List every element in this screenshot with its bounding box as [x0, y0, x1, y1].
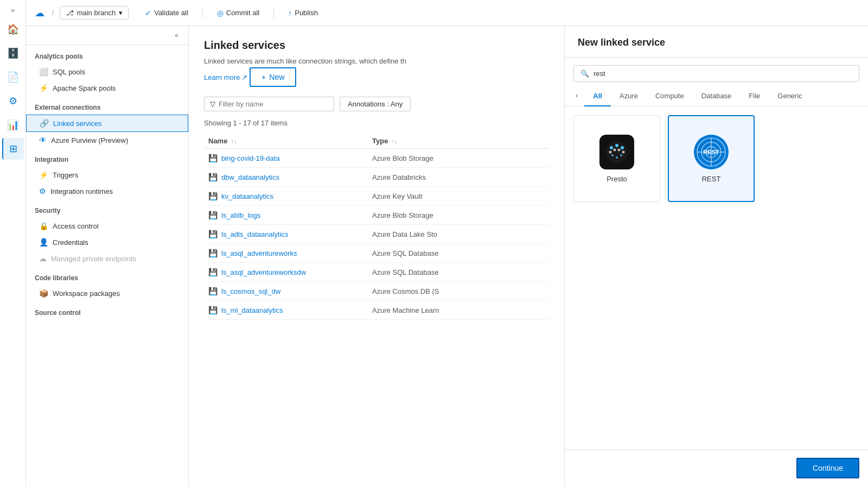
- sidebar-item-azure-purview[interactable]: 👁 Azure Purview (Preview): [26, 132, 188, 148]
- tab-back-chevron[interactable]: ‹: [573, 91, 580, 104]
- row-name[interactable]: 💾 kv_dataanalytics: [204, 192, 372, 200]
- right-panel-footer: Continue: [565, 450, 868, 486]
- row-type: Azure Cosmos DB (S: [372, 287, 549, 295]
- panel-title: Linked services: [204, 39, 549, 52]
- row-type: Azure Key Vault: [372, 192, 549, 200]
- search-container[interactable]: 🔍: [573, 65, 859, 82]
- svg-point-3: [621, 146, 624, 149]
- validate-all-label: Validate all: [154, 9, 188, 17]
- tab-all[interactable]: All: [584, 89, 611, 106]
- access-control-icon: 🔒: [39, 222, 48, 230]
- divider-1: [202, 8, 203, 18]
- row-icon: 💾: [208, 306, 218, 314]
- branch-selector[interactable]: ⎇ main branch ▾: [60, 6, 129, 20]
- table-row[interactable]: 💾 ls_ablb_logs Azure Blob Storage: [204, 206, 549, 225]
- row-name[interactable]: 💾 bing-covid-19-data: [204, 154, 372, 162]
- sidebar-item-triggers[interactable]: ⚡ Triggers: [26, 167, 188, 183]
- sidebar-item-access-control[interactable]: 🔒 Access control: [26, 218, 188, 234]
- row-name[interactable]: 💾 ls_asql_adventureworksdw: [204, 268, 372, 276]
- sidebar-item-workspace-packages[interactable]: 📦 Workspace packages: [26, 285, 188, 301]
- row-icon: 💾: [208, 173, 218, 181]
- table-row[interactable]: 💾 ls_asql_adventureworksdw Azure SQL Dat…: [204, 263, 549, 282]
- section-security: Security: [26, 199, 188, 218]
- row-type: Azure Databricks: [372, 173, 549, 181]
- name-sort-icon[interactable]: ↑↓: [231, 138, 237, 144]
- annotations-label: Annotations : Any: [348, 100, 403, 108]
- azure-purview-icon: 👁: [39, 136, 47, 144]
- annotations-button[interactable]: Annotations : Any: [340, 97, 411, 111]
- commit-all-button[interactable]: ◎ Commit all: [209, 5, 267, 21]
- table-row[interactable]: 💾 ls_ml_dataanalytics Azure Machine Lear…: [204, 301, 549, 320]
- commit-icon: ◎: [217, 9, 224, 17]
- svg-point-8: [611, 154, 614, 156]
- publish-button[interactable]: ↑ Publish: [280, 5, 326, 21]
- main-area: ☁ / ⎇ main branch ▾ ✓ Validate all ◎ Com…: [26, 0, 868, 486]
- row-name[interactable]: 💾 ls_ablb_logs: [204, 211, 372, 219]
- tab-file[interactable]: File: [740, 89, 769, 106]
- new-button[interactable]: + New: [250, 67, 296, 87]
- sidebar-item-triggers-label: Triggers: [53, 171, 78, 179]
- table-header: Name ↑↓ Type ↑↓: [204, 134, 549, 149]
- table-row[interactable]: 💾 ls_cosmos_sql_dw Azure Cosmos DB (S: [204, 282, 549, 301]
- table-row[interactable]: 💾 ls_asql_adventureworks Azure SQL Datab…: [204, 244, 549, 263]
- table-rows-container: 💾 bing-covid-19-data Azure Blob Storage …: [204, 149, 549, 320]
- logo-icon: ☁: [35, 7, 44, 19]
- tab-generic[interactable]: Generic: [769, 89, 811, 106]
- row-icon: 💾: [208, 249, 218, 257]
- sidebar-item-apache-spark-pools[interactable]: ⚡ Apache Spark pools: [26, 80, 188, 96]
- row-type: Azure SQL Database: [372, 268, 549, 276]
- filter-by-name-input[interactable]: [219, 100, 328, 108]
- sidebar-item-access-control-label: Access control: [53, 222, 99, 230]
- svg-point-5: [614, 148, 616, 151]
- sidebar: « Analytics pools ⬜ SQL pools ⚡ Apache S…: [26, 26, 189, 486]
- section-source-control: Source control: [26, 301, 188, 320]
- table-row[interactable]: 💾 dbw_dataanalytics Azure Databricks: [204, 168, 549, 187]
- triggers-icon: ⚡: [39, 171, 48, 179]
- sidebar-item-workspace-packages-label: Workspace packages: [53, 289, 120, 298]
- row-name[interactable]: 💾 ls_asql_adventureworks: [204, 249, 372, 257]
- monitor-icon-btn[interactable]: 📊: [2, 114, 24, 136]
- sidebar-collapse-btn[interactable]: «: [171, 30, 182, 40]
- row-name[interactable]: 💾 ls_cosmos_sql_dw: [204, 287, 372, 295]
- validate-all-button[interactable]: ✓ Validate all: [137, 5, 196, 21]
- row-name[interactable]: 💾 ls_ml_dataanalytics: [204, 306, 372, 314]
- workspace-packages-icon: 📦: [39, 289, 48, 298]
- tab-azure[interactable]: Azure: [611, 89, 647, 106]
- manage-icon-btn[interactable]: ⊞: [2, 138, 24, 160]
- rest-card[interactable]: REST REST: [668, 115, 755, 202]
- table-row[interactable]: 💾 kv_dataanalytics Azure Key Vault: [204, 187, 549, 206]
- search-icon: 🔍: [580, 70, 589, 78]
- row-icon: 💾: [208, 211, 218, 219]
- table-row[interactable]: 💾 ls_adls_dataanalytics Azure Data Lake …: [204, 225, 549, 244]
- sidebar-item-credentials-label: Credentials: [53, 238, 88, 247]
- data-icon-btn[interactable]: 🗄️: [2, 42, 24, 64]
- row-name[interactable]: 💾 dbw_dataanalytics: [204, 173, 372, 181]
- collapse-icon[interactable]: »: [9, 4, 17, 16]
- sidebar-item-integration-runtimes[interactable]: ⚙ Integration runtimes: [26, 183, 188, 199]
- filter-input-container[interactable]: ▽: [204, 97, 334, 111]
- row-name[interactable]: 💾 ls_adls_dataanalytics: [204, 230, 372, 238]
- svg-text:REST: REST: [703, 149, 719, 155]
- sidebar-item-linked-services-label: Linked services: [53, 119, 102, 128]
- home-icon-btn[interactable]: 🏠: [2, 18, 24, 40]
- sidebar-item-sql-pools-label: SQL pools: [53, 68, 85, 76]
- external-link-icon: ↗: [241, 73, 247, 81]
- sidebar-item-apache-spark-label: Apache Spark pools: [53, 84, 116, 92]
- sidebar-item-sql-pools[interactable]: ⬜ SQL pools: [26, 64, 188, 80]
- tab-database[interactable]: Database: [693, 89, 741, 106]
- type-sort-icon[interactable]: ↑↓: [392, 138, 397, 144]
- search-input[interactable]: [593, 70, 852, 78]
- sidebar-header: «: [26, 26, 188, 45]
- continue-label: Continue: [813, 464, 843, 472]
- learn-more-link[interactable]: Learn more ↗: [204, 73, 247, 81]
- presto-card[interactable]: Presto: [573, 115, 660, 202]
- tab-compute[interactable]: Compute: [647, 89, 693, 106]
- sidebar-item-linked-services[interactable]: 🔗 Linked services: [26, 115, 188, 132]
- continue-button[interactable]: Continue: [796, 458, 859, 478]
- table-row[interactable]: 💾 bing-covid-19-data Azure Blob Storage: [204, 149, 549, 168]
- develop-icon-btn[interactable]: 📄: [2, 66, 24, 88]
- linked-services-icon: 🔗: [40, 119, 49, 128]
- sidebar-item-credentials[interactable]: 👤 Credentials: [26, 234, 188, 250]
- integrate-icon-btn[interactable]: ⚙: [2, 90, 24, 112]
- sidebar-item-managed-private-endpoints[interactable]: ☁ Managed private endpoints: [26, 250, 188, 267]
